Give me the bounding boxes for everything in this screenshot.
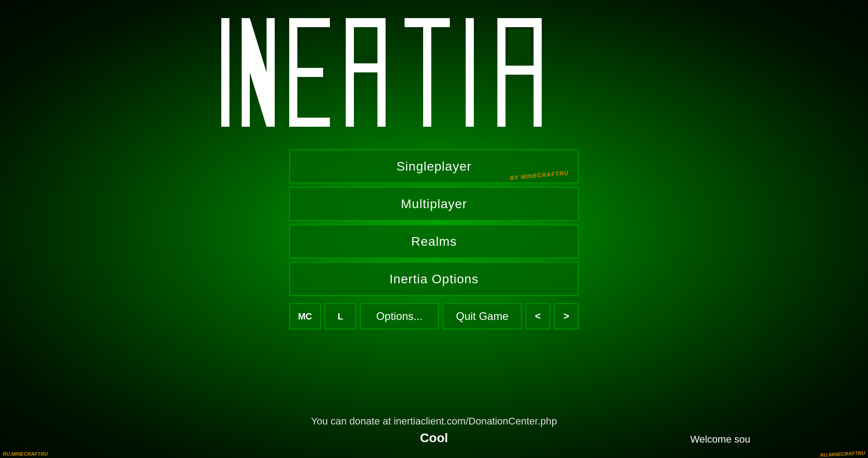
options-label: Options...	[376, 310, 423, 323]
multiplayer-button[interactable]: Multiplayer	[289, 187, 579, 221]
svg-rect-20	[509, 29, 530, 59]
welcome-text: Welcome sou	[690, 434, 750, 445]
options-button[interactable]: Options...	[360, 303, 439, 329]
bottom-left-watermark: RU.MINECRAFTRU	[0, 450, 51, 458]
multiplayer-label: Multiplayer	[401, 197, 467, 211]
next-arrow-label: >	[563, 310, 569, 322]
inertia-options-button[interactable]: Inertia Options	[289, 262, 579, 296]
svg-rect-6	[289, 68, 323, 77]
bottom-row-buttons: MC L Options... Quit Game < >	[289, 303, 579, 329]
prev-arrow-label: <	[535, 310, 541, 322]
inertia-options-label: Inertia Options	[389, 272, 478, 286]
svg-rect-10	[377, 18, 386, 68]
prev-arrow-button[interactable]: <	[525, 303, 550, 329]
svg-rect-14	[423, 18, 431, 127]
realms-button[interactable]: Realms	[289, 224, 579, 258]
l-label: L	[338, 311, 343, 322]
l-button[interactable]: L	[324, 303, 356, 329]
donate-text: You can donate at inertiaclient.com/Dona…	[311, 415, 557, 427]
quit-label: Quit Game	[456, 310, 508, 323]
singleplayer-watermark: BY MINECRAFTRU	[510, 169, 569, 181]
svg-rect-3	[267, 18, 275, 127]
singleplayer-button[interactable]: Singleplayer BY MINECRAFTRU	[289, 149, 579, 183]
singleplayer-label: Singleplayer	[396, 159, 472, 174]
svg-rect-18	[497, 18, 542, 27]
svg-rect-21	[354, 27, 377, 54]
svg-marker-12	[377, 72, 386, 127]
mc-label: MC	[298, 311, 312, 322]
svg-rect-5	[289, 18, 330, 27]
quit-button[interactable]: Quit Game	[443, 303, 522, 329]
svg-rect-9	[346, 18, 377, 27]
cool-text: Cool	[420, 431, 448, 445]
svg-rect-19	[497, 66, 542, 75]
next-arrow-button[interactable]: >	[554, 303, 579, 329]
realms-label: Realms	[411, 234, 457, 249]
game-logo	[217, 9, 651, 136]
main-menu: Singleplayer BY MINECRAFTRU Multiplayer …	[289, 149, 579, 329]
mc-button[interactable]: MC	[289, 303, 321, 329]
svg-rect-7	[289, 118, 330, 127]
bottom-right-watermark: RU.MINECRAFTRU	[817, 448, 868, 458]
svg-rect-0	[221, 18, 229, 127]
svg-rect-15	[466, 18, 474, 127]
svg-rect-11	[346, 63, 386, 72]
